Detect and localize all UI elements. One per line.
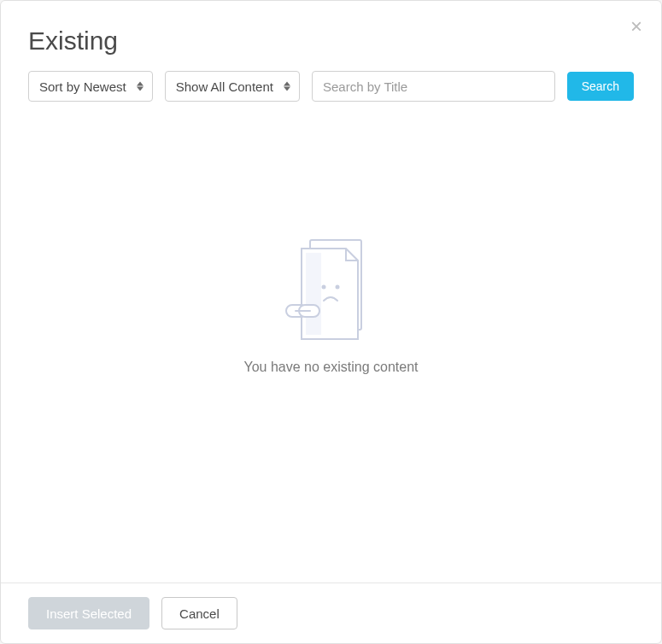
search-button[interactable]: Search [567,72,634,101]
svg-point-2 [321,285,325,290]
sort-select[interactable]: Sort by Newest [28,71,153,102]
insert-selected-button[interactable]: Insert Selected [28,597,149,629]
filter-chevrons-icon [283,81,291,91]
sort-chevrons-icon [136,81,144,91]
cancel-button[interactable]: Cancel [161,597,237,629]
existing-content-modal: × Existing Sort by Newest Show All Conte… [0,0,662,644]
modal-body: You have no existing content [1,102,661,583]
content-filter-value: Show All Content [176,79,273,94]
sort-select-value: Sort by Newest [39,79,126,94]
modal-title: Existing [28,26,634,56]
modal-header: Existing [1,1,661,71]
svg-point-3 [335,285,339,290]
svg-rect-1 [306,253,321,335]
empty-state-text: You have no existing content [243,360,418,375]
search-input[interactable] [312,71,555,102]
content-filter-select[interactable]: Show All Content [165,71,300,102]
empty-state-icon [284,238,378,341]
close-icon[interactable]: × [630,16,642,37]
controls-bar: Sort by Newest Show All Content Search [1,71,661,102]
modal-footer: Insert Selected Cancel [1,583,661,643]
